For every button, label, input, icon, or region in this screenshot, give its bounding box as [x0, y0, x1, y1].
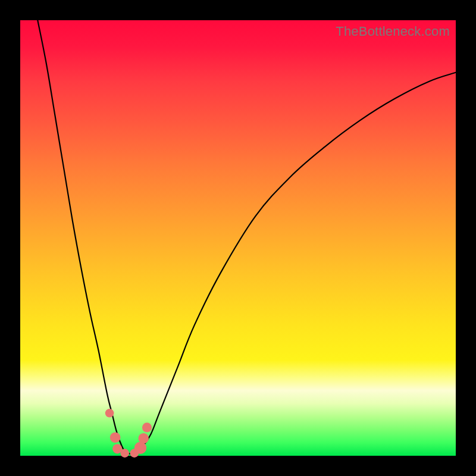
curve-marker — [142, 422, 152, 432]
markers-group — [105, 409, 152, 458]
curve-marker — [110, 433, 121, 443]
bottleneck-curve — [37, 20, 456, 454]
plot-area: TheBottleneck.com — [20, 20, 456, 456]
chart-frame: TheBottleneck.com — [0, 0, 476, 476]
curve-marker — [105, 409, 114, 418]
curve-marker — [120, 449, 129, 458]
curve-marker — [138, 433, 149, 444]
curve-marker — [134, 442, 146, 454]
bottleneck-chart — [20, 20, 456, 456]
